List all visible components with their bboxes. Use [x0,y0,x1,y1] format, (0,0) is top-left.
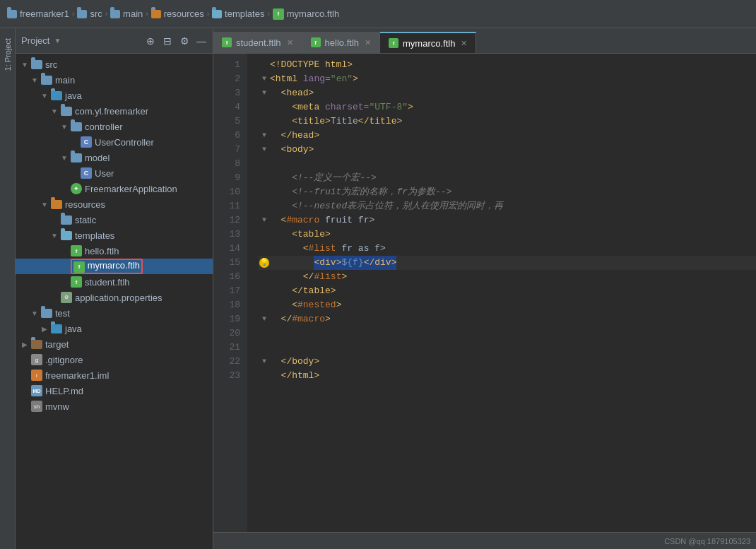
tree-item-controller[interactable]: controller [16,119,213,134]
main-icon [41,76,52,85]
resources-icon [51,200,62,209]
fold-icon-22[interactable]: ▼ [262,355,266,369]
code-line-17: </table> [259,284,756,298]
mymarco-file-icon: f [273,8,284,20]
tree-item-java[interactable]: java [16,88,213,103]
student-tab-icon: f [222,37,232,47]
code-line-6: ▼ </head> [259,129,756,143]
settings-panel-icon[interactable]: ⚙ [179,35,190,47]
tree-item-hello-ftlh[interactable]: f hello.ftlh [16,243,213,259]
test-java-icon [51,324,62,333]
vertical-tab[interactable]: 1: Project [0,28,16,549]
tree-item-app-props[interactable]: ⚙ application.properties [16,290,213,305]
tree-item-mymarco-ftlh[interactable]: f mymarco.ftlh [16,259,213,274]
tree-item-src[interactable]: src [16,57,213,72]
tree-item-target[interactable]: target [16,336,213,352]
tree-item-main[interactable]: main [16,72,213,88]
add-panel-icon[interactable]: ⊕ [145,35,156,47]
tab-student[interactable]: f student.ftlh ✕ [213,32,302,53]
gitignore-icon: g [31,354,42,365]
templates-icon [61,231,72,240]
layout-panel-icon[interactable]: ⊟ [162,35,173,47]
tree-item-usercontroller[interactable]: C UserController [16,134,213,150]
tree-item-test-java[interactable]: java [16,321,213,336]
code-line-9: <!--定义一个宏--> [259,171,756,185]
tree-item-model[interactable]: model [16,150,213,165]
mymarco-ftlh-icon: f [73,261,85,273]
tree-item-templates[interactable]: templates [16,228,213,243]
tree-item-gitignore[interactable]: g .gitignore [16,352,213,367]
main-folder-icon [110,10,120,18]
editor-tabs: f student.ftlh ✕ f hello.ftlh ✕ f mymarc… [213,28,756,54]
tree-item-help-md[interactable]: MD HELP.md [16,383,213,399]
fold-icon-7[interactable]: ▼ [262,143,266,157]
hello-ftlh-icon: f [71,245,82,256]
code-line-7: ▼ <body> [259,143,756,157]
com-yl-icon [61,107,72,116]
hello-tab-icon: f [311,37,321,47]
java-icon [51,91,62,100]
code-line-15: 💡 <div>${f}</div> [259,256,756,270]
mymarco-tab-close[interactable]: ✕ [461,39,467,48]
tree-item-student-ftlh[interactable]: f student.ftlh [16,274,213,290]
tab-hello[interactable]: f hello.ftlh ✕ [302,32,380,53]
code-line-2: ▼ <html lang="en"> [259,72,756,86]
tree-item-test[interactable]: test [16,305,213,321]
tree-item-user[interactable]: C User [16,165,213,181]
fold-icon-2[interactable]: ▼ [262,72,266,86]
tree-item-static[interactable]: static [16,212,213,228]
code-line-1: <!DOCTYPE html> [259,58,756,72]
usercontroller-icon: C [81,136,92,148]
app-props-icon: ⚙ [61,292,72,303]
fold-icon-12[interactable]: ▼ [262,213,266,228]
title-bar: freemarker1 › src › main › resources › t… [0,0,756,28]
tree-item-resources[interactable]: resources [16,196,213,212]
tab-mymarco[interactable]: f mymarco.ftlh ✕ [380,32,476,53]
arrow-templates [51,232,58,240]
fold-icon-3[interactable]: ▼ [262,86,266,100]
code-editor[interactable]: <!DOCTYPE html> ▼ <html lang="en"> ▼ <he… [247,54,756,532]
student-tab-close[interactable]: ✕ [287,38,293,47]
close-panel-icon[interactable]: — [196,35,207,47]
arrow-resources [41,201,48,208]
panel-dropdown-icon[interactable]: ▼ [54,37,61,45]
code-line-11: <!--nested表示占位符，别人在使用宏的同时，再 [259,199,756,213]
code-line-4: <meta charset="UTF-8"> [259,100,756,114]
arrow-src [21,61,28,69]
code-line-18: <#nested> [259,298,756,312]
mymarco-tab-icon: f [389,38,398,48]
project-panel-header: Project ▼ ⊕ ⊟ ⚙ — [16,28,213,54]
arrow-controller [61,123,68,131]
arrow-target [21,341,28,348]
target-icon [31,340,42,349]
fold-icon-19[interactable]: ▼ [262,312,266,326]
test-icon [41,309,52,318]
breadcrumb: freemarker1 › src › main › resources › t… [7,8,339,20]
main-container: 1: Project Project ▼ ⊕ ⊟ ⚙ — src [0,28,756,549]
static-icon [61,216,72,225]
code-line-16: </#list> [259,270,756,284]
status-bar: CSDN @qq 1879105323 [213,532,756,549]
code-line-14: <#list fr as f> [259,242,756,256]
hello-tab-close[interactable]: ✕ [365,38,371,47]
tree-item-iml[interactable]: i freemarker1.iml [16,367,213,383]
controller-icon [71,122,82,131]
help-md-icon: MD [31,385,42,396]
code-line-23: </html> [259,369,756,383]
project-tab-label[interactable]: 1: Project [1,34,14,75]
panel-toolbar-icons: ⊕ ⊟ ⚙ — [145,35,207,47]
tree-item-freemarker-app[interactable]: ✦ FreemarkerApplication [16,181,213,196]
src-folder-icon [77,10,87,18]
code-line-19: ▼ </#macro> [259,312,756,326]
project-panel-title: Project ▼ [21,35,61,46]
project-panel: Project ▼ ⊕ ⊟ ⚙ — src main [16,28,213,549]
lightbulb-icon[interactable]: 💡 [259,258,269,268]
code-line-21 [259,341,756,355]
fold-icon-6[interactable]: ▼ [262,129,266,143]
student-ftlh-icon: f [71,276,82,288]
code-line-13: <table> [259,228,756,242]
templates-folder-icon [212,10,222,18]
src-icon [31,60,42,69]
tree-item-mvnw[interactable]: sh mvnw [16,399,213,414]
tree-item-com-yl[interactable]: com.yl.freemarker [16,103,213,119]
